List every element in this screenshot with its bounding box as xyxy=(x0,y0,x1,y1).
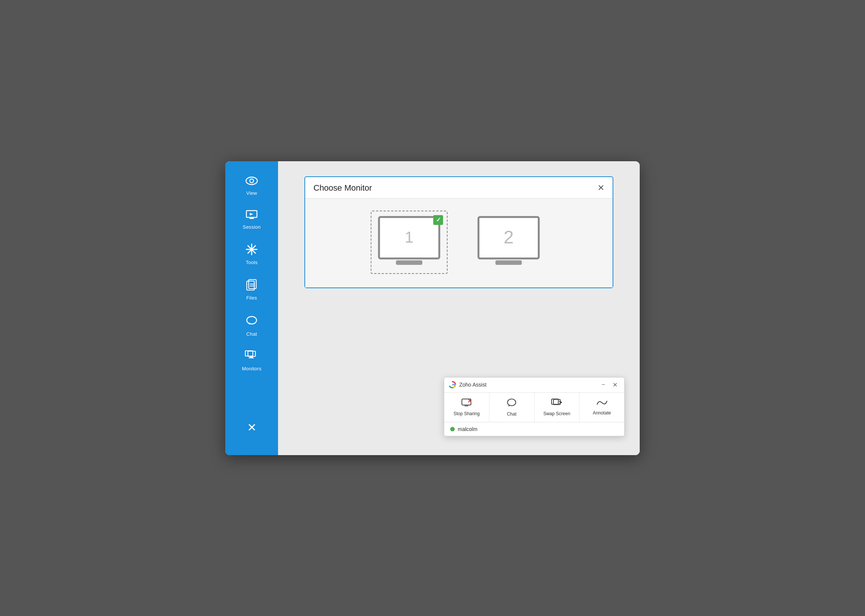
view-icon xyxy=(245,176,258,188)
zoho-close-button[interactable]: ✕ xyxy=(610,380,620,389)
monitors-icon xyxy=(245,350,259,364)
zoho-bar-titlebar: Zoho Assist − ✕ xyxy=(444,377,624,393)
svg-rect-4 xyxy=(250,218,254,219)
svg-point-0 xyxy=(246,177,257,185)
monitor-2-svg: 2 xyxy=(475,215,543,268)
dialog-body: 1 ✓ 2 xyxy=(305,198,612,288)
sidebar-item-chat-label: Chat xyxy=(246,331,257,337)
dialog-title: Choose Monitor xyxy=(314,183,372,193)
zoho-bar-title-left: Zoho Assist xyxy=(449,381,487,388)
swap-screen-icon xyxy=(551,398,562,409)
zoho-user-row: malcolm xyxy=(444,422,624,436)
sidebar-item-chat[interactable]: Chat xyxy=(225,308,278,344)
session-icon xyxy=(245,209,258,222)
svg-rect-20 xyxy=(396,260,422,265)
svg-rect-34 xyxy=(553,399,560,405)
sidebar-item-view[interactable]: View xyxy=(225,169,278,203)
monitor-2-option[interactable]: 2 xyxy=(470,211,547,274)
sidebar-item-files[interactable]: Files xyxy=(225,272,278,308)
sidebar-item-files-label: Files xyxy=(246,295,257,301)
svg-point-31 xyxy=(507,399,516,406)
svg-rect-23 xyxy=(495,260,522,265)
svg-line-36 xyxy=(559,402,562,404)
tools-icon xyxy=(246,244,258,257)
swap-screen-label: Swap Screen xyxy=(543,411,570,416)
files-icon xyxy=(246,279,257,293)
svg-rect-17 xyxy=(250,357,253,358)
sidebar-item-session-label: Session xyxy=(243,224,261,230)
online-status-dot xyxy=(450,427,455,431)
svg-text:2: 2 xyxy=(504,227,514,247)
monitor-2-svg-wrap: 2 xyxy=(475,215,543,269)
svg-rect-18 xyxy=(249,358,254,358)
zoho-bar-actions: Stop Sharing Chat xyxy=(444,393,624,422)
zoho-logo-icon xyxy=(449,381,456,388)
choose-monitor-dialog: Choose Monitor ✕ xyxy=(305,176,613,288)
svg-point-13 xyxy=(247,316,257,324)
zoho-bar-controls: − ✕ xyxy=(600,380,620,389)
monitor-1-wrap: 1 ✓ xyxy=(371,211,447,274)
annotate-label: Annotate xyxy=(593,410,611,416)
svg-text:1: 1 xyxy=(405,228,413,246)
zoho-assist-bar: Zoho Assist − ✕ xyxy=(444,377,625,436)
sidebar-item-session[interactable]: Session xyxy=(225,203,278,237)
chat-action-label: Chat xyxy=(507,412,516,417)
sidebar-item-view-label: View xyxy=(246,190,257,196)
chat-icon xyxy=(245,314,258,329)
sidebar-item-monitors-label: Monitors xyxy=(242,366,261,371)
annotate-icon xyxy=(597,399,608,408)
sidebar-close-button[interactable]: ✕ xyxy=(225,415,278,440)
dialog-close-button[interactable]: ✕ xyxy=(598,184,604,192)
swap-screen-button[interactable]: Swap Screen xyxy=(535,393,580,422)
monitor-1-svg: 1 xyxy=(375,215,443,268)
close-x-icon: ✕ xyxy=(247,421,257,434)
app-window: View Session Tool xyxy=(225,161,640,455)
sidebar-item-tools[interactable]: Tools xyxy=(225,237,278,272)
chat-button[interactable]: Chat xyxy=(490,393,535,422)
monitor-1-svg-wrap: 1 ✓ xyxy=(375,215,443,269)
dialog-header: Choose Monitor ✕ xyxy=(305,177,612,198)
zoho-username: malcolm xyxy=(458,426,477,432)
monitor-1-option[interactable]: 1 ✓ xyxy=(371,211,447,274)
stop-sharing-button[interactable]: Stop Sharing xyxy=(444,393,490,422)
stop-sharing-icon xyxy=(461,398,472,409)
svg-marker-3 xyxy=(250,213,253,215)
sidebar-item-tools-label: Tools xyxy=(246,259,258,265)
zoho-minimize-button[interactable]: − xyxy=(600,380,607,389)
svg-rect-33 xyxy=(551,399,558,404)
stop-sharing-label: Stop Sharing xyxy=(454,411,480,416)
main-content: Choose Monitor ✕ xyxy=(278,161,640,455)
monitor-2-wrap: 2 xyxy=(470,211,547,274)
svg-rect-26 xyxy=(452,384,455,385)
monitor-1-checkmark: ✓ xyxy=(433,215,443,225)
chat-action-icon xyxy=(506,398,517,409)
annotate-button[interactable]: Annotate xyxy=(579,393,624,422)
svg-point-1 xyxy=(250,179,254,183)
sidebar: View Session Tool xyxy=(225,161,278,455)
svg-rect-28 xyxy=(465,405,468,407)
zoho-bar-title-text: Zoho Assist xyxy=(459,382,487,388)
sidebar-item-monitors[interactable]: Monitors xyxy=(225,344,278,378)
